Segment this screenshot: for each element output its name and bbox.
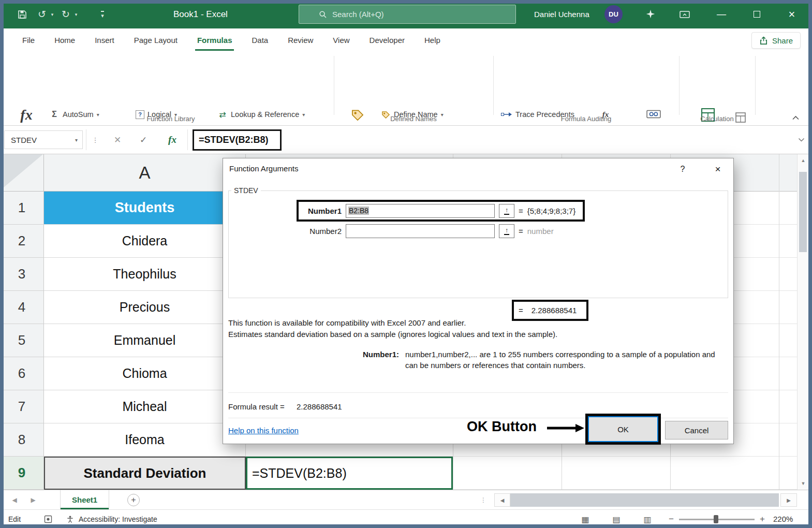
ribbon-display-options-icon[interactable] xyxy=(675,0,694,28)
cell-A4[interactable]: Precious xyxy=(44,291,246,324)
share-button[interactable]: Share xyxy=(751,32,801,49)
macro-record-icon[interactable] xyxy=(43,515,53,524)
vertical-scrollbar[interactable]: ▲ ▼ xyxy=(797,154,808,490)
select-all-triangle xyxy=(0,154,43,190)
cell-A8[interactable]: Ifeoma xyxy=(44,423,246,457)
column-header-A[interactable]: A xyxy=(44,154,246,192)
compatibility-note: This function is available for compatibi… xyxy=(228,318,466,327)
tab-home[interactable]: Home xyxy=(45,28,85,52)
document-title: Book1 - Excel xyxy=(173,0,228,28)
select-all-corner[interactable] xyxy=(0,154,44,192)
cancel-entry-icon[interactable]: ✕ xyxy=(107,130,128,149)
add-sheet-button[interactable]: + xyxy=(127,494,140,506)
equals-sign: = xyxy=(519,306,523,315)
equals-sign: = xyxy=(519,227,523,236)
tab-data[interactable]: Data xyxy=(242,28,278,52)
normal-view-icon[interactable]: ▦ xyxy=(581,515,590,524)
account-name[interactable]: Daniel Uchenna xyxy=(534,0,589,28)
vertical-scrollbar-thumb[interactable] xyxy=(799,172,807,252)
sheet-tab-bar: ◀ ▶ Sheet1 + ⋮ ◀ ▶ xyxy=(0,490,812,509)
number1-input[interactable]: B2:B8 xyxy=(346,204,495,218)
group-separator xyxy=(755,56,756,115)
scroll-down-icon[interactable]: ▼ xyxy=(798,478,809,489)
cell-A3[interactable]: Theophilus xyxy=(44,258,246,291)
cell-B9-edit[interactable]: =STDEV(B2:B8) xyxy=(246,457,453,490)
tab-file[interactable]: File xyxy=(12,28,45,52)
zoom-slider-thumb[interactable] xyxy=(714,515,718,523)
row-header-9[interactable]: 9 xyxy=(0,457,44,490)
zoom-out-button[interactable]: − xyxy=(667,515,676,524)
insert-function-fx-icon[interactable]: fx xyxy=(161,130,183,149)
cell-A7[interactable]: Micheal xyxy=(44,390,246,423)
cell-A2[interactable]: Chidera xyxy=(44,225,246,258)
row-header-3[interactable]: 3 xyxy=(0,258,44,291)
collapse-ribbon-icon[interactable] xyxy=(792,113,800,122)
name-box[interactable]: STDEV ▾ xyxy=(4,130,83,149)
page-break-view-icon[interactable]: ▥ xyxy=(643,515,652,524)
minimize-button[interactable]: — xyxy=(708,0,735,28)
enter-entry-icon[interactable]: ✓ xyxy=(132,130,154,149)
row-header-1[interactable]: 1 xyxy=(0,192,44,225)
chevron-down-icon[interactable]: ▾ xyxy=(49,0,55,28)
formula-bar-handle[interactable]: ⋮ xyxy=(89,130,101,149)
maximize-button[interactable] xyxy=(743,0,770,28)
cell-A1[interactable]: Students xyxy=(44,192,246,225)
ok-button-annotation: OK Button xyxy=(467,419,537,435)
tab-formulas[interactable]: Formulas xyxy=(187,28,242,52)
tab-insert[interactable]: Insert xyxy=(85,28,124,52)
row-header-6[interactable]: 6 xyxy=(0,357,44,390)
row-header-5[interactable]: 5 xyxy=(0,324,44,357)
tab-help[interactable]: Help xyxy=(415,28,450,52)
result-highlight-box: = 2.288688541 xyxy=(512,300,588,321)
tab-review[interactable]: Review xyxy=(278,28,323,52)
excel-window: ↺ ▾ ↻ ▾ ▾ Book1 - Excel Search (Alt+Q) D… xyxy=(0,0,812,528)
cancel-button[interactable]: Cancel xyxy=(665,421,728,439)
function-name-label: STDEV xyxy=(231,186,261,195)
zoom-in-button[interactable]: + xyxy=(758,515,767,524)
expand-formula-bar-icon[interactable] xyxy=(794,130,808,149)
accessibility-icon[interactable] xyxy=(65,515,75,524)
close-button[interactable]: × xyxy=(778,0,805,28)
collapse-dialog-button[interactable]: ↑ xyxy=(499,204,514,218)
page-layout-view-icon[interactable]: ▤ xyxy=(612,515,621,524)
dialog-help-button[interactable]: ? xyxy=(674,163,691,176)
tab-page-layout[interactable]: Page Layout xyxy=(124,28,187,52)
quick-access-customize-icon[interactable]: ▾ xyxy=(96,0,109,28)
formula-input-highlighted[interactable]: =STDEV(B2:B8) xyxy=(193,129,282,151)
tab-developer[interactable]: Developer xyxy=(360,28,415,52)
sheet-nav-right-icon[interactable]: ▶ xyxy=(26,490,40,510)
zoom-level[interactable]: 220% xyxy=(773,510,793,528)
cell-A5[interactable]: Emmanuel xyxy=(44,324,246,357)
number2-input[interactable] xyxy=(346,224,495,238)
cell-A9[interactable]: Standard Deviation xyxy=(44,457,246,490)
sparkle-pen-icon[interactable] xyxy=(642,0,659,28)
tab-splitter-handle[interactable]: ⋮ xyxy=(476,490,491,510)
search-input[interactable]: Search (Alt+Q) xyxy=(299,5,516,24)
titlebar: ↺ ▾ ↻ ▾ ▾ Book1 - Excel Search (Alt+Q) D… xyxy=(0,0,812,28)
hscroll-right-icon[interactable]: ▶ xyxy=(780,493,797,507)
horizontal-scrollbar-thumb[interactable] xyxy=(510,493,779,507)
row-header-2[interactable]: 2 xyxy=(0,225,44,258)
avatar[interactable]: DU xyxy=(604,5,623,23)
help-link[interactable]: Help on this function xyxy=(228,426,299,435)
ok-button[interactable]: OK xyxy=(588,416,658,442)
number1-label: Number1 xyxy=(302,207,342,215)
hscroll-left-icon[interactable]: ◀ xyxy=(494,493,510,507)
dialog-close-button[interactable]: × xyxy=(708,163,727,176)
redo-button[interactable]: ↻ xyxy=(59,0,72,28)
undo-button[interactable]: ↺ xyxy=(35,0,49,28)
tab-view[interactable]: View xyxy=(323,28,359,52)
row-header-8[interactable]: 8 xyxy=(0,423,44,457)
save-button[interactable] xyxy=(14,0,30,28)
row-header-7[interactable]: 7 xyxy=(0,390,44,423)
accessibility-status[interactable]: Accessibility: Investigate xyxy=(79,510,157,528)
row-header-4[interactable]: 4 xyxy=(0,291,44,324)
sheet-tab-sheet1[interactable]: Sheet1 xyxy=(60,490,109,509)
chevron-down-icon: ▾ xyxy=(75,137,78,143)
scroll-up-icon[interactable]: ▲ xyxy=(798,155,809,166)
sheet-nav-left-icon[interactable]: ◀ xyxy=(7,490,22,510)
chevron-down-icon[interactable]: ▾ xyxy=(73,0,79,28)
cell-A6[interactable]: Chioma xyxy=(44,357,246,390)
search-icon xyxy=(319,10,327,19)
collapse-dialog-button[interactable]: ↑ xyxy=(499,224,514,238)
